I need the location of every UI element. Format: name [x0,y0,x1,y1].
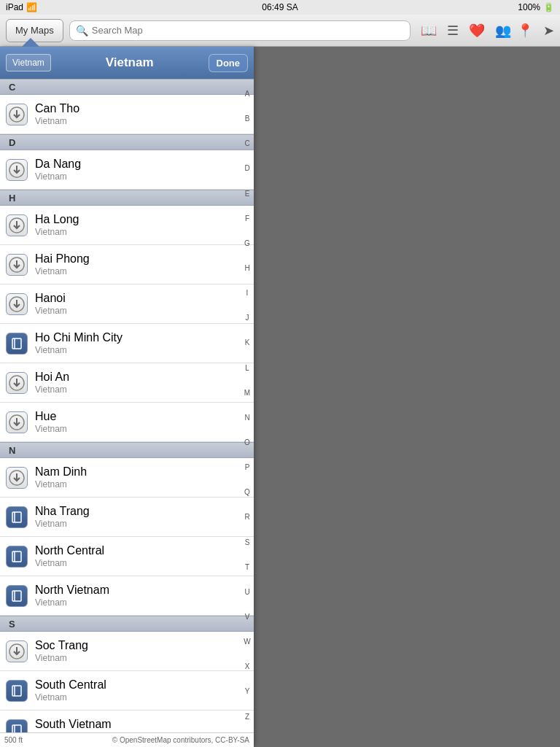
navigate-icon[interactable]: ➤ [543,23,554,39]
download-icon [6,104,28,125]
section-header-H: H [0,190,254,206]
contacts-icon[interactable]: 👥 [495,23,511,39]
panel-back-button[interactable]: Vietnam [6,54,51,71]
section-header-C: C [0,79,254,95]
list-item[interactable]: Ha LongVietnam [0,206,254,245]
item-name: Nha Trang [35,505,248,518]
alpha-O[interactable]: O [244,439,250,446]
svg-rect-10 [12,338,21,349]
item-name: Hai Phong [35,252,248,266]
item-subtitle: Vietnam [35,345,248,355]
alpha-S[interactable]: S [245,539,250,546]
alpha-Q[interactable]: Q [244,489,250,496]
book-icon [6,585,28,607]
book-svg-icon [10,337,23,350]
alpha-R[interactable]: R [244,514,249,521]
list-container[interactable]: C Can ThoVietnamD Da NangVietnamH Ha Lon… [0,79,254,732]
list-item[interactable]: South VietnamVietnam [0,711,254,732]
list-item[interactable]: Soc TrangVietnam [0,632,254,671]
alpha-C[interactable]: C [244,140,249,147]
item-subtitle: Vietnam [35,519,248,529]
download-icon [6,467,28,489]
download-svg-icon [9,375,25,391]
list-item[interactable]: HueVietnam [0,403,254,442]
alpha-sidebar[interactable]: ABCDEFGHIJKLMNOPQRSTUVWXYZ [241,79,254,732]
bookmarks-icon[interactable]: 📖 [421,23,437,39]
panel-title: Vietnam [51,55,209,70]
section-header-N: N [0,442,254,458]
list-item[interactable]: North CentralVietnam [0,537,254,576]
book-icon [6,546,28,568]
list-item[interactable]: Nam DinhVietnam [0,458,254,498]
list-icon[interactable]: ☰ [447,23,459,39]
search-icon: 🔍 [76,25,88,36]
search-input[interactable] [92,25,404,36]
book-svg-icon [10,511,23,524]
book-svg-icon [10,724,23,733]
list-item[interactable]: Hoi AnVietnam [0,363,254,403]
alpha-E[interactable]: E [245,190,250,198]
toolbar-icons: 📖 ☰ ❤️ 👥 [421,23,511,39]
download-icon [6,214,28,236]
list-item[interactable]: HanoiVietnam [0,285,254,324]
item-subtitle: Vietnam [35,597,248,608]
status-time: 06:49 SA [262,2,298,12]
alpha-G[interactable]: G [244,240,250,247]
download-icon [6,640,28,662]
list-item[interactable]: Nha TrangVietnam [0,498,254,537]
item-name: Ha Long [35,213,248,226]
item-subtitle: Vietnam [35,692,248,703]
alpha-M[interactable]: M [244,390,250,397]
download-icon [6,411,28,433]
item-subtitle: Vietnam [35,558,248,568]
alpha-I[interactable]: I [246,290,249,297]
book-icon [6,680,28,702]
alpha-U[interactable]: U [244,589,249,596]
alpha-W[interactable]: W [244,638,250,646]
alpha-X[interactable]: X [245,663,250,670]
alpha-B[interactable]: B [245,115,250,123]
download-svg-icon [9,296,25,312]
location-icon[interactable]: 📍 [517,23,533,39]
alpha-J[interactable]: J [246,314,249,322]
item-subtitle: Vietnam [35,306,248,316]
item-name: Nam Dinh [35,465,248,479]
alpha-P[interactable]: P [245,464,250,471]
list-item[interactable]: Can ThoVietnam [0,95,254,134]
item-subtitle: Vietnam [35,266,248,276]
item-subtitle: Vietnam [35,424,248,434]
alpha-T[interactable]: T [245,564,249,571]
alpha-L[interactable]: L [245,365,249,372]
panel-done-button[interactable]: Done [209,54,249,72]
list-item[interactable]: Da NangVietnam [0,150,254,190]
search-container[interactable]: 🔍 [69,20,411,41]
item-name: Can Tho [35,102,248,115]
list-item[interactable]: North VietnamVietnam [0,576,254,616]
list-item[interactable]: South CentralVietnam [0,671,254,711]
alpha-N[interactable]: N [244,414,249,422]
section-header-S: S [0,616,254,632]
alpha-K[interactable]: K [245,339,250,347]
alpha-D[interactable]: D [244,165,249,172]
alpha-H[interactable]: H [244,265,249,272]
svg-rect-18 [12,512,21,522]
alpha-V[interactable]: V [245,614,250,621]
svg-rect-20 [12,551,21,562]
bottom-bar: 500 ft © OpenStreetMap contributors, CC-… [0,732,254,747]
alpha-F[interactable]: F [245,215,249,222]
item-name: Da Nang [35,158,248,171]
favorites-icon[interactable]: ❤️ [469,23,485,39]
alpha-A[interactable]: A [245,90,250,98]
alpha-Z[interactable]: Z [245,713,249,721]
status-bar: iPad 📶 06:49 SA 100% 🔋 [0,0,560,15]
list-item[interactable]: Ho Chi Minh CityVietnam [0,324,254,363]
download-svg-icon [9,217,25,233]
list-item[interactable]: Hai PhongVietnam [0,245,254,285]
item-name: North Central [35,544,248,557]
svg-rect-26 [12,686,21,696]
book-svg-icon [10,589,23,603]
panel: Vietnam Vietnam Done C Can ThoVietnamD D… [0,47,254,747]
alpha-Y[interactable]: Y [245,688,250,695]
item-name: Hoi An [35,371,248,384]
svg-rect-28 [12,725,21,733]
